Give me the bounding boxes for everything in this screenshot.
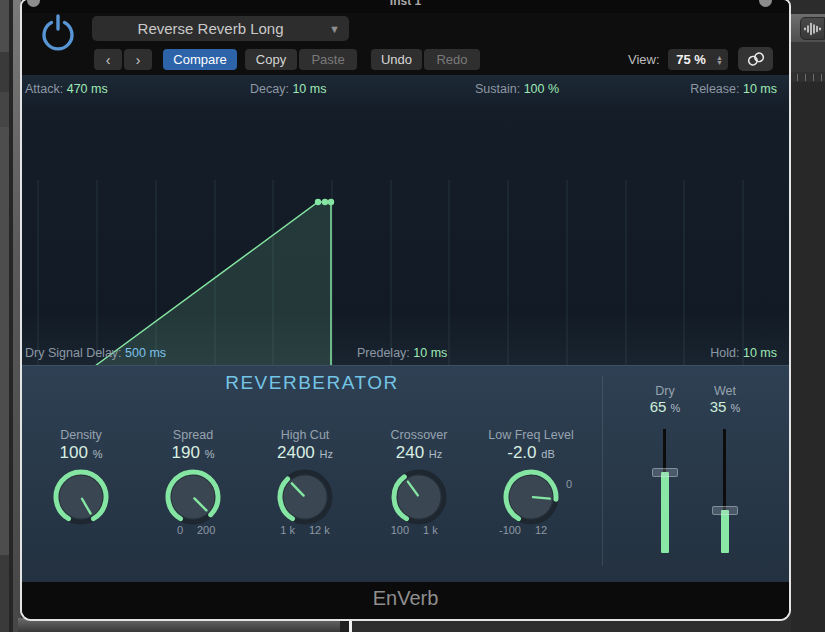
screen: Inst 1 Reverse Reverb Long ▼ ‹ › Compare… bbox=[0, 0, 825, 632]
envelope-display[interactable]: Attack: 470 msDecay: 10 msSustain: 100 %… bbox=[22, 75, 789, 365]
param-value[interactable]: 10 ms bbox=[292, 82, 326, 96]
envelope-param[interactable]: Decay: 10 ms bbox=[250, 82, 326, 96]
previous-preset-button[interactable]: ‹ bbox=[94, 49, 122, 70]
slider-value[interactable]: 65 % bbox=[635, 398, 695, 415]
view-zoom-value: 75 % bbox=[668, 52, 714, 67]
knob-unit: dB bbox=[541, 448, 554, 460]
knob-label: Crossover bbox=[359, 428, 479, 442]
param-value[interactable]: 470 ms bbox=[67, 82, 108, 96]
next-preset-button[interactable]: › bbox=[124, 49, 152, 70]
slider-unit: % bbox=[731, 402, 741, 414]
plugin-footer: EnVerb bbox=[22, 582, 789, 619]
knob-crossover[interactable]: Crossover240 Hz1001 k bbox=[359, 428, 479, 527]
knob-value[interactable]: 190 % bbox=[133, 443, 253, 463]
window-title: Inst 1 bbox=[22, 0, 789, 8]
knob-unit: % bbox=[205, 448, 215, 460]
knob-label: Low Freq Level bbox=[471, 428, 591, 442]
knob-value[interactable]: 240 Hz bbox=[359, 443, 479, 463]
knob-dial[interactable] bbox=[501, 467, 561, 527]
scale-zero-marker: 0 bbox=[566, 478, 572, 490]
envelope-param[interactable]: Attack: 470 ms bbox=[25, 82, 108, 96]
knob-label: Spread bbox=[133, 428, 253, 442]
param-label: Predelay: bbox=[357, 346, 413, 360]
param-label: Hold: bbox=[710, 346, 743, 360]
scale-min-label: 1 k bbox=[280, 524, 295, 536]
power-icon bbox=[38, 13, 78, 53]
scale-max-label: 200 bbox=[197, 524, 215, 536]
knob-unit: Hz bbox=[320, 448, 333, 460]
power-button[interactable] bbox=[38, 13, 78, 53]
scale-max-label: 1 k bbox=[423, 524, 438, 536]
slider-thumb[interactable] bbox=[652, 468, 678, 477]
knob-dial[interactable] bbox=[51, 467, 111, 527]
plugin-window: Inst 1 Reverse Reverb Long ▼ ‹ › Compare… bbox=[20, 0, 791, 621]
envelope-param[interactable]: Predelay: 10 ms bbox=[357, 346, 447, 360]
view-zoom-stepper[interactable]: 75 % ▲▼ bbox=[668, 49, 728, 70]
undo-button[interactable]: Undo bbox=[371, 49, 422, 70]
scale-max-label: 12 k bbox=[309, 524, 330, 536]
slider-fill bbox=[721, 510, 729, 553]
slider-wet[interactable]: Wet35 % bbox=[695, 384, 755, 553]
paste-button[interactable]: Paste bbox=[299, 49, 357, 70]
param-value[interactable]: 10 ms bbox=[743, 346, 777, 360]
knob-dial[interactable] bbox=[275, 467, 335, 527]
scale-min-label: -100 bbox=[499, 524, 521, 536]
param-label: Decay: bbox=[250, 82, 292, 96]
envelope-point[interactable] bbox=[322, 199, 328, 205]
background-panel bbox=[791, 82, 825, 632]
background-left-block bbox=[0, 52, 9, 92]
scale-min-label: 100 bbox=[391, 524, 409, 536]
plugin-name: EnVerb bbox=[22, 587, 789, 610]
knob-low-freq-level[interactable]: Low Freq Level-2.0 dB-100120 bbox=[471, 428, 591, 527]
knob-unit: % bbox=[93, 448, 103, 460]
envelope-param[interactable]: Release: 10 ms bbox=[690, 82, 777, 96]
waveform-icon bbox=[803, 22, 823, 36]
envelope-params-top: Attack: 470 msDecay: 10 msSustain: 100 %… bbox=[22, 82, 789, 100]
knob-spread[interactable]: Spread190 %0200 bbox=[133, 428, 253, 527]
param-value[interactable]: 10 ms bbox=[743, 82, 777, 96]
slider-thumb[interactable] bbox=[712, 506, 738, 515]
param-label: Sustain: bbox=[475, 82, 524, 96]
background-left-block bbox=[0, 92, 9, 127]
section-divider bbox=[602, 376, 603, 566]
knob-value[interactable]: -2.0 dB bbox=[471, 443, 591, 463]
copy-button[interactable]: Copy bbox=[245, 49, 297, 70]
window-titlebar[interactable]: Inst 1 bbox=[22, 0, 789, 13]
slider-dry[interactable]: Dry65 % bbox=[635, 384, 695, 553]
envelope-param[interactable]: Dry Signal Delay: 500 ms bbox=[25, 346, 166, 360]
knob-label: High Cut bbox=[245, 428, 365, 442]
knob-high-cut[interactable]: High Cut2400 Hz1 k12 k bbox=[245, 428, 365, 527]
stepper-arrows-icon[interactable]: ▲▼ bbox=[714, 55, 728, 65]
waveform-icon-button[interactable] bbox=[800, 17, 825, 40]
knob-dial[interactable] bbox=[389, 467, 449, 527]
knob-value[interactable]: 100 % bbox=[21, 443, 141, 463]
slider-value[interactable]: 35 % bbox=[695, 398, 755, 415]
background-panel bbox=[791, 42, 825, 72]
compare-button[interactable]: Compare bbox=[163, 49, 237, 70]
view-label: View: bbox=[628, 52, 660, 67]
param-label: Release: bbox=[690, 82, 743, 96]
knob-dial[interactable] bbox=[163, 467, 223, 527]
param-value[interactable]: 500 ms bbox=[125, 346, 166, 360]
chevron-down-icon: ▼ bbox=[329, 23, 340, 35]
envelope-point[interactable] bbox=[328, 199, 334, 205]
knob-density[interactable]: Density100 % bbox=[21, 428, 141, 527]
param-value[interactable]: 100 % bbox=[524, 82, 559, 96]
knob-value[interactable]: 2400 Hz bbox=[245, 443, 365, 463]
knob-needle bbox=[533, 497, 550, 498]
param-label: Attack: bbox=[25, 82, 67, 96]
envelope-point[interactable] bbox=[315, 199, 321, 205]
scale-max-label: 12 bbox=[535, 524, 547, 536]
background-left-block bbox=[0, 555, 9, 632]
link-button[interactable] bbox=[738, 47, 773, 71]
slider-label: Wet bbox=[695, 384, 755, 398]
param-value[interactable]: 10 ms bbox=[413, 346, 447, 360]
preset-dropdown[interactable]: Reverse Reverb Long ▼ bbox=[92, 16, 349, 41]
redo-button[interactable]: Redo bbox=[424, 49, 480, 70]
param-label: Dry Signal Delay: bbox=[25, 346, 125, 360]
envelope-params-bottom: Dry Signal Delay: 500 msPredelay: 10 msH… bbox=[22, 346, 789, 364]
slider-fill bbox=[661, 472, 669, 553]
reverberator-title: REVERBERATOR bbox=[22, 372, 602, 394]
envelope-param[interactable]: Sustain: 100 % bbox=[475, 82, 559, 96]
envelope-param[interactable]: Hold: 10 ms bbox=[710, 346, 777, 360]
